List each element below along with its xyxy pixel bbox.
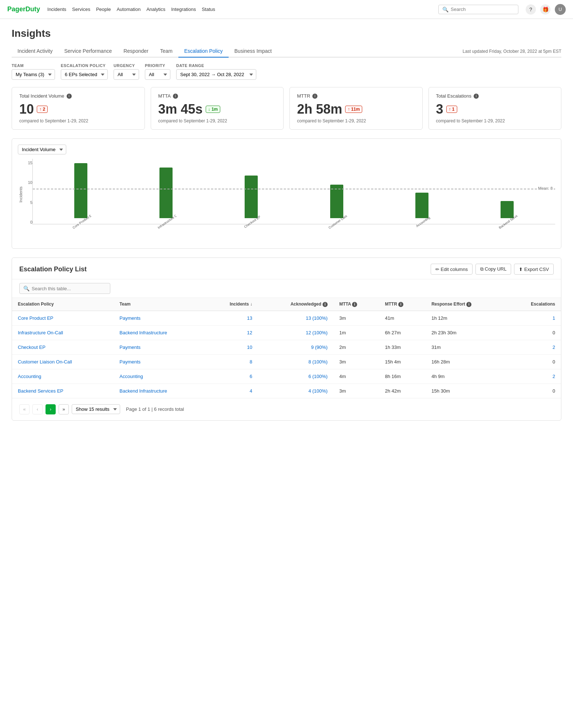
- info-icon-mtta[interactable]: i: [173, 94, 178, 99]
- cell-ep-2[interactable]: Checkout EP: [12, 340, 114, 354]
- cell-team-1[interactable]: Backend Infrastructure: [114, 325, 205, 340]
- cell-acknowledged-3[interactable]: 8 (100%): [258, 354, 333, 369]
- pagination: « ‹ › » Show 15 results Page 1 of 1 | 6 …: [12, 398, 561, 420]
- nav-integrations[interactable]: Integrations: [171, 5, 196, 13]
- tab-service-performance[interactable]: Service Performance: [59, 45, 118, 58]
- tab-incident-activity[interactable]: Incident Activity: [12, 45, 59, 58]
- filter-priority-select[interactable]: All: [145, 69, 170, 80]
- bar-2: [245, 176, 258, 218]
- table-search-input[interactable]: [32, 286, 106, 291]
- nav-incidents[interactable]: Incidents: [47, 5, 66, 13]
- metric-value-mtta: 3m 45s ↓ 1m: [158, 102, 276, 117]
- nav-links: Incidents Services People Automation Ana…: [47, 5, 431, 13]
- nav-people[interactable]: People: [96, 5, 111, 13]
- cell-ep-1[interactable]: Infrastructure On-Call: [12, 325, 114, 340]
- cell-incidents-1[interactable]: 12: [205, 325, 258, 340]
- filters-row: TEAM My Teams (3) ESCALATION POLICY 6 EP…: [12, 63, 561, 80]
- metric-title-mttr: MTTR i: [297, 93, 415, 99]
- chart-type-select[interactable]: Incident Volume: [18, 145, 66, 154]
- cell-response-effort-4: 4h 9m: [426, 369, 505, 383]
- cell-incidents-3[interactable]: 8: [205, 354, 258, 369]
- info-icon-acknowledged[interactable]: i: [323, 302, 328, 307]
- col-mttr: MTTR i: [379, 298, 426, 311]
- next-page-button[interactable]: ›: [46, 404, 56, 414]
- cell-escalations-0[interactable]: 1: [506, 311, 561, 325]
- cell-incidents-2[interactable]: 10: [205, 340, 258, 354]
- tab-responder[interactable]: Responder: [118, 45, 154, 58]
- table-header-row: Escalation Policy Team Incidents ↓ Ackno…: [12, 298, 561, 311]
- filter-date-select[interactable]: Sept 30, 2022 → Oct 28, 2022: [176, 69, 256, 80]
- nav-analytics[interactable]: Analytics: [146, 5, 165, 13]
- cell-escalations-2[interactable]: 2: [506, 340, 561, 354]
- metric-value-escalations: 3 ↑ 1: [436, 102, 554, 117]
- metric-card-escalations: Total Escalations i 3 ↑ 1 compared to Se…: [428, 87, 562, 130]
- cell-incidents-4[interactable]: 6: [205, 369, 258, 383]
- tab-business-impact[interactable]: Business Impact: [229, 45, 278, 58]
- info-icon-mtta-col[interactable]: i: [352, 302, 357, 307]
- cell-team-0[interactable]: Payments: [114, 311, 205, 325]
- gift-icon[interactable]: 🎁: [540, 4, 550, 15]
- cell-team-5[interactable]: Backend Infrastructure: [114, 383, 205, 398]
- search-input[interactable]: [451, 7, 514, 12]
- metric-badge-escalations: ↑ 1: [446, 106, 457, 113]
- col-response-effort: Response Effort i: [426, 298, 505, 311]
- edit-columns-button[interactable]: ✏ Edit columns: [431, 264, 473, 275]
- cell-response-effort-0: 1h 12m: [426, 311, 505, 325]
- y-label-0: 0: [18, 220, 32, 224]
- table-actions: ✏ Edit columns ⧉ Copy URL ⬆ Export CSV: [431, 264, 554, 275]
- metric-cards: Total Incident Volume i 10 ↑ 2 compared …: [12, 87, 561, 130]
- cell-ep-0[interactable]: Core Product EP: [12, 311, 114, 325]
- info-icon-mttr-col[interactable]: i: [398, 302, 403, 307]
- table-search[interactable]: 🔍: [19, 283, 110, 294]
- cell-escalations-4[interactable]: 2: [506, 369, 561, 383]
- info-icon-mttr[interactable]: i: [312, 94, 317, 99]
- cell-team-3[interactable]: Payments: [114, 354, 205, 369]
- info-icon-escalations[interactable]: i: [474, 94, 479, 99]
- cell-response-effort-1: 2h 23h 30m: [426, 325, 505, 340]
- show-results-select[interactable]: Show 15 results: [72, 404, 120, 414]
- help-icon[interactable]: ?: [526, 4, 536, 15]
- nav-automation[interactable]: Automation: [116, 5, 141, 13]
- nav-services[interactable]: Services: [72, 5, 90, 13]
- nav-status[interactable]: Status: [202, 5, 215, 13]
- cell-incidents-5[interactable]: 4: [205, 383, 258, 398]
- copy-url-button[interactable]: ⧉ Copy URL: [475, 264, 511, 275]
- cell-ep-3[interactable]: Customer Liaison On-Call: [12, 354, 114, 369]
- cell-acknowledged-2[interactable]: 9 (90%): [258, 340, 333, 354]
- table-header: Escalation Policy List ✏ Edit columns ⧉ …: [12, 258, 561, 279]
- cell-team-2[interactable]: Payments: [114, 340, 205, 354]
- filter-team: TEAM My Teams (3): [12, 63, 55, 80]
- tab-escalation-policy[interactable]: Escalation Policy: [178, 45, 229, 58]
- export-csv-button[interactable]: ⬆ Export CSV: [514, 264, 554, 275]
- info-icon-total-incidents[interactable]: i: [67, 94, 72, 99]
- cell-team-4[interactable]: Accounting: [114, 369, 205, 383]
- search-bar[interactable]: 🔍: [438, 5, 518, 14]
- cell-incidents-0[interactable]: 13: [205, 311, 258, 325]
- info-icon-response[interactable]: i: [466, 302, 471, 307]
- escalation-policy-table: Escalation Policy Team Incidents ↓ Ackno…: [12, 298, 561, 398]
- cell-ep-5[interactable]: Backend Services EP: [12, 383, 114, 398]
- avatar[interactable]: U: [555, 4, 566, 15]
- main-content: Insights Incident Activity Service Perfo…: [0, 19, 573, 728]
- bar-group-5: Backend Services...: [466, 161, 548, 224]
- tab-team[interactable]: Team: [154, 45, 178, 58]
- table-body: Core Product EP Payments 13 13 (100%) 3m…: [12, 311, 561, 398]
- last-page-button[interactable]: »: [59, 404, 69, 414]
- cell-acknowledged-5[interactable]: 4 (100%): [258, 383, 333, 398]
- cell-acknowledged-1[interactable]: 12 (100%): [258, 325, 333, 340]
- filter-team-select[interactable]: My Teams (3): [12, 69, 55, 80]
- cell-acknowledged-0[interactable]: 13 (100%): [258, 311, 333, 325]
- bar-4: [415, 193, 428, 218]
- prev-page-button[interactable]: ‹: [32, 404, 43, 414]
- filter-urgency-select[interactable]: All: [114, 69, 139, 80]
- cell-mtta-4: 4m: [333, 369, 379, 383]
- cell-ep-4[interactable]: Accounting: [12, 369, 114, 383]
- table-search-icon: 🔍: [23, 286, 29, 291]
- cell-acknowledged-4[interactable]: 6 (100%): [258, 369, 333, 383]
- nav-icons: ? 🎁 U: [526, 4, 566, 15]
- filter-ep-select[interactable]: 6 EPs Selected: [61, 69, 108, 80]
- first-page-button[interactable]: «: [19, 404, 29, 414]
- cell-mttr-0: 41m: [379, 311, 426, 325]
- col-incidents[interactable]: Incidents ↓: [205, 298, 258, 311]
- col-ep: Escalation Policy: [12, 298, 114, 311]
